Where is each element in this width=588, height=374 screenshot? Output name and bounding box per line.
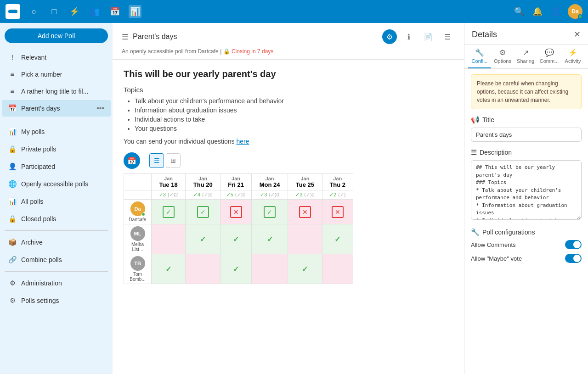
nav-icon-files[interactable]: □ [48,5,61,18]
tab-sharing[interactable]: ↗ Sharing [514,45,537,68]
tab-activity[interactable]: ⚡ Activity [561,45,584,68]
sidebar-item-closed-polls[interactable]: 🔒 Closed polls [2,211,111,227]
vote-dartcafe-3[interactable]: ✓ [251,200,288,224]
allow-comments-row: Allow Comments [471,240,582,249]
config-tab-icon: 🔧 [475,48,484,57]
sidebar-item-parents-days[interactable]: 📅 Parent's days ••• [2,100,111,117]
user-menu-icon[interactable]: 👤 [549,5,562,18]
wrench-icon: 🔧 [471,228,480,236]
vote-tom-3[interactable] [251,254,288,284]
sidebar-item-my-polls[interactable]: 📊 My polls [2,123,111,140]
sidebar-item-relevant[interactable]: ! Relevant [2,49,111,65]
sidebar-item-archive[interactable]: 📦 Archive [2,234,111,251]
sidebar-divider-1 [5,120,108,120]
allow-comments-label: Allow Comments [471,241,516,248]
sidebar-item-long-title[interactable]: ≡ A rather long title to fil... [2,83,111,99]
sidebar-item-combine-polls[interactable]: 🔗 Combine polls [2,251,111,268]
poll-header-container: ☰ Parent's days ⚙ ℹ 📄 ☰ An openly access… [113,23,464,60]
info-button[interactable]: ℹ [401,29,416,44]
vote-dartcafe-5[interactable]: ✕ [322,200,353,224]
vote-melba-0[interactable] [152,224,186,254]
participant-cell-1: ML Melba List... [124,224,152,254]
nav-icon-contacts[interactable]: 👥 [88,5,101,18]
nav-icon-circle[interactable]: ○ [28,5,40,18]
allow-comments-toggle[interactable] [565,240,582,249]
search-icon[interactable]: 🔍 [513,5,526,18]
tab-options[interactable]: ⚙ Options [491,45,514,68]
pick-number-icon: ≡ [8,70,17,78]
avatar[interactable]: Da [568,4,582,19]
options-menu-button[interactable]: ☰ [440,29,455,44]
participated-icon: 👤 [8,162,17,171]
sharing-tab-icon: ↗ [523,48,529,57]
gear-settings-button[interactable]: ⚙ [382,29,397,44]
vote-melba-1[interactable]: ✓ [186,224,220,254]
details-body: Please be careful when changing options,… [464,69,588,374]
description-textarea[interactable]: ## This will be our yearly parent's day … [471,160,582,220]
vote-dartcafe-2[interactable]: ✕ [220,200,251,224]
participant-avatar-dartcafe: Da [130,201,145,216]
details-tabs: 🔧 Confi... ⚙ Options ↗ Sharing 💬 Comm...… [464,45,588,69]
topics-heading: Topics [124,86,453,94]
vote-tom-5[interactable] [322,254,353,284]
participant-avatar-melba: ML [130,226,145,241]
vote-tom-4[interactable]: ✓ [288,254,322,284]
sidebar-item-pick-number[interactable]: ≡ Pick a number [2,66,111,82]
poll-main-title: This will be our yearly parent's day [124,69,453,79]
participant-row-0: Da Dartcafe ✓ ✓ [124,200,353,224]
sidebar-item-administration[interactable]: ⚙ Administration [2,275,111,291]
nextcloud-logo [6,4,20,19]
topic-item: Talk about your children's performance a… [135,97,453,105]
vote-dartcafe-1[interactable]: ✓ [186,200,220,224]
vote-melba-5[interactable]: ✓ [322,224,353,254]
vote-tom-0[interactable]: ✓ [152,254,186,284]
vote-melba-4[interactable] [288,224,322,254]
export-button[interactable]: 📄 [421,29,435,44]
sidebar-divider-3 [5,271,108,272]
col-header-2: Jan Fri 21 [220,174,251,190]
allow-maybe-label: Allow "Maybe" vote [471,255,522,262]
sidebar-item-closed-polls-label: Closed polls [21,215,56,223]
vote-melba-3[interactable]: ✓ [251,224,288,254]
sidebar-item-participated[interactable]: 👤 Participated [2,158,111,175]
archive-icon: 📦 [8,238,17,246]
sidebar-item-administration-label: Administration [21,279,62,287]
nav-icon-activity[interactable]: ⚡ [68,5,81,18]
sidebar-item-openly-accessible[interactable]: 🌐 Openly accessible polls [2,176,111,192]
col-header-4: Jan Tue 25 [288,174,322,190]
title-input[interactable] [471,128,582,142]
sidebar-item-private-polls-label: Private polls [21,145,56,153]
tab-comments[interactable]: 💬 Comm... [537,45,561,68]
calendar-section: 📅 ☰ ⊞ Jan Tue 18 [124,152,453,284]
parents-days-more-button[interactable]: ••• [96,104,104,112]
description-section-label: ☰ Description [471,148,582,156]
vote-tom-1[interactable] [186,254,220,284]
nav-icon-polls[interactable]: 📊 [129,5,141,18]
top-nav-right: 🔍 🔔 👤 Da [513,4,582,19]
here-link[interactable]: here [236,138,249,145]
nav-icon-calendar[interactable]: 📅 [108,5,121,18]
combine-polls-icon: 🔗 [8,256,17,264]
details-close-button[interactable]: ✕ [574,29,581,39]
vote-dartcafe-0[interactable]: ✓ [152,200,186,224]
vote-melba-2[interactable]: ✓ [220,224,251,254]
list-view-button[interactable]: ☰ [149,153,164,168]
add-new-poll-button[interactable]: Add new Poll [5,28,108,43]
vote-dartcafe-4[interactable]: ✕ [288,200,322,224]
sidebar-item-polls-settings-label: Polls settings [21,297,59,304]
tab-config[interactable]: 🔧 Confi... [468,45,491,68]
sidebar-item-my-polls-label: My polls [21,128,45,135]
sidebar-item-polls-settings[interactable]: ⚙ Polls settings [2,292,111,309]
notifications-icon[interactable]: 🔔 [531,5,544,18]
grid-view-button[interactable]: ⊞ [166,153,181,168]
sidebar-item-all-polls[interactable]: 📊 All polls [2,193,111,210]
sidebar-item-private-polls[interactable]: 🔒 Private polls [2,141,111,157]
participant-row-2: TB Tom Bomb... ✓ ✓ [124,254,353,284]
hamburger-menu-icon[interactable]: ☰ [122,33,128,41]
allow-maybe-toggle[interactable] [565,254,582,263]
openly-accessible-icon: 🌐 [8,180,17,188]
vote-count-2: ✓5(✓)0 [220,190,251,200]
options-tab-label: Options [494,58,511,64]
topic-item: Individual actions to take [135,116,453,123]
vote-tom-2[interactable]: ✓ [220,254,251,284]
